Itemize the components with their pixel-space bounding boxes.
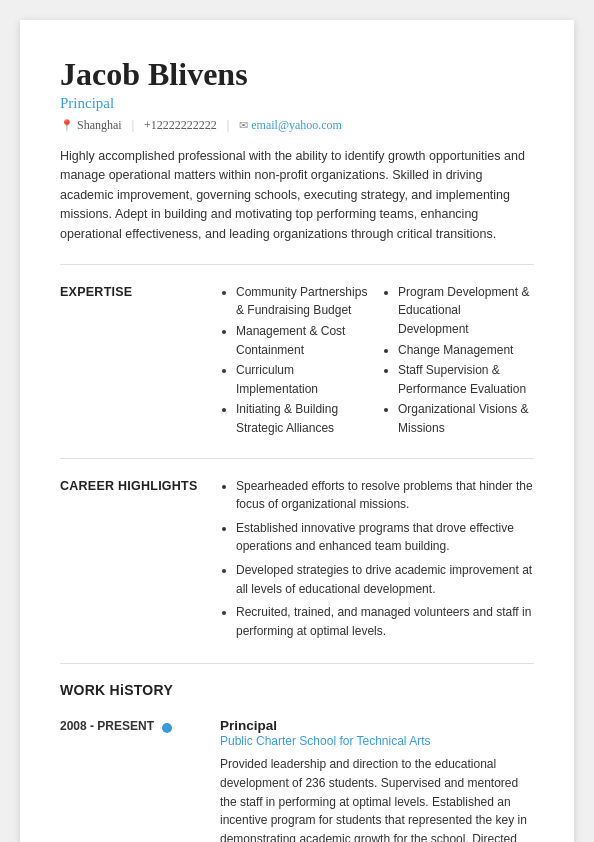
expertise-list-2: Program Development & Educational Develo…	[382, 283, 534, 438]
expertise-item: Management & Cost Containment	[236, 322, 372, 359]
candidate-title: Principal	[60, 95, 534, 112]
highlight-item: Spearheaded efforts to resolve problems …	[236, 477, 534, 514]
contact-row: 📍 Shanghai | +12222222222 | ✉ email@yaho…	[60, 118, 534, 133]
expertise-list-1: Community Partnerships & Fundraising Bud…	[220, 283, 372, 438]
work-entry: 2008 - PRESENT Principal Public Charter …	[60, 718, 534, 842]
work-history-title: WORK HiSTORY	[60, 682, 534, 698]
company-0: Public Charter School for Technical Arts	[220, 734, 534, 748]
header-section: Jacob Blivens Principal 📍 Shanghai | +12…	[60, 56, 534, 244]
expertise-label: EXPERTISE	[60, 283, 220, 440]
divider-1: |	[132, 118, 134, 133]
highlight-item: Recruited, trained, and managed voluntee…	[236, 603, 534, 640]
job-title-0: Principal	[220, 718, 534, 733]
location-text: Shanghai	[77, 118, 122, 133]
expertise-grid: Community Partnerships & Fundraising Bud…	[220, 283, 534, 440]
work-date-0: 2008 - PRESENT	[60, 718, 220, 842]
resume-document: Jacob Blivens Principal 📍 Shanghai | +12…	[20, 20, 574, 842]
email-text: email@yahoo.com	[251, 118, 342, 133]
candidate-name: Jacob Blivens	[60, 56, 534, 93]
expertise-item: Change Management	[398, 341, 534, 360]
work-entries-container: 2008 - PRESENT Principal Public Charter …	[60, 718, 534, 842]
expertise-item: Program Development & Educational Develo…	[398, 283, 534, 339]
work-description-0: Provided leadership and direction to the…	[220, 755, 534, 842]
phone-text: +12222222222	[144, 118, 217, 133]
expertise-item: Community Partnerships & Fundraising Bud…	[236, 283, 372, 320]
work-history-section: WORK HiSTORY 2008 - PRESENT Principal Pu…	[60, 663, 534, 842]
highlights-label: CAREER HIGHLIGHTS	[60, 477, 220, 646]
email-icon: ✉	[239, 119, 248, 132]
highlights-content: Spearheaded efforts to resolve problems …	[220, 477, 534, 646]
work-dot-0	[162, 723, 172, 733]
expertise-col-2: Program Development & Educational Develo…	[382, 283, 534, 440]
location-item: 📍 Shanghai	[60, 118, 122, 133]
expertise-content: Community Partnerships & Fundraising Bud…	[220, 283, 534, 440]
highlights-section: CAREER HIGHLIGHTS Spearheaded efforts to…	[60, 458, 534, 664]
expertise-section: EXPERTISE Community Partnerships & Fundr…	[60, 264, 534, 458]
highlight-item: Developed strategies to drive academic i…	[236, 561, 534, 598]
expertise-item: Initiating & Building Strategic Alliance…	[236, 400, 372, 437]
work-details-0: Principal Public Charter School for Tech…	[220, 718, 534, 842]
location-icon: 📍	[60, 119, 74, 132]
expertise-item: Curriculum Implementation	[236, 361, 372, 398]
summary-text: Highly accomplished professional with th…	[60, 147, 534, 244]
phone-item: +12222222222	[144, 118, 217, 133]
email-item: ✉ email@yahoo.com	[239, 118, 342, 133]
divider-2: |	[227, 118, 229, 133]
date-text-0: 2008 - PRESENT	[60, 719, 154, 733]
expertise-item: Staff Supervision & Performance Evaluati…	[398, 361, 534, 398]
expertise-col-1: Community Partnerships & Fundraising Bud…	[220, 283, 372, 440]
highlight-item: Established innovative programs that dro…	[236, 519, 534, 556]
expertise-item: Organizational Visions & Missions	[398, 400, 534, 437]
highlights-list: Spearheaded efforts to resolve problems …	[220, 477, 534, 641]
